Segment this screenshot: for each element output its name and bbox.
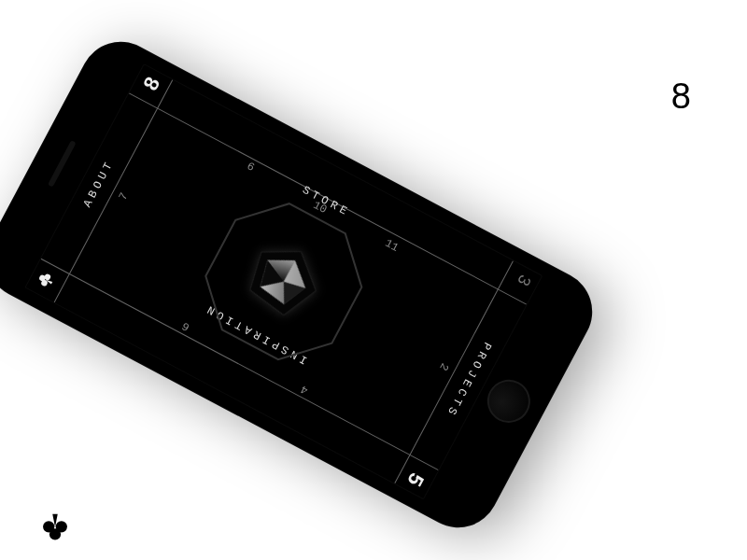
svg-point-1 — [56, 521, 67, 532]
clubs-icon — [39, 511, 71, 543]
svg-point-2 — [43, 521, 54, 532]
tick-right-upper: 6 — [244, 160, 256, 175]
center-graphic[interactable] — [176, 175, 391, 389]
tick-bottom: 2 — [436, 360, 451, 372]
card-suit-bottom-left — [39, 511, 71, 543]
phone-mockup: ABOUT STORE PROJECTS INSPIRATION 8 5 3 7… — [0, 27, 607, 541]
tick-top: 7 — [117, 190, 132, 203]
card-rank-top-right: 8 — [671, 77, 691, 117]
